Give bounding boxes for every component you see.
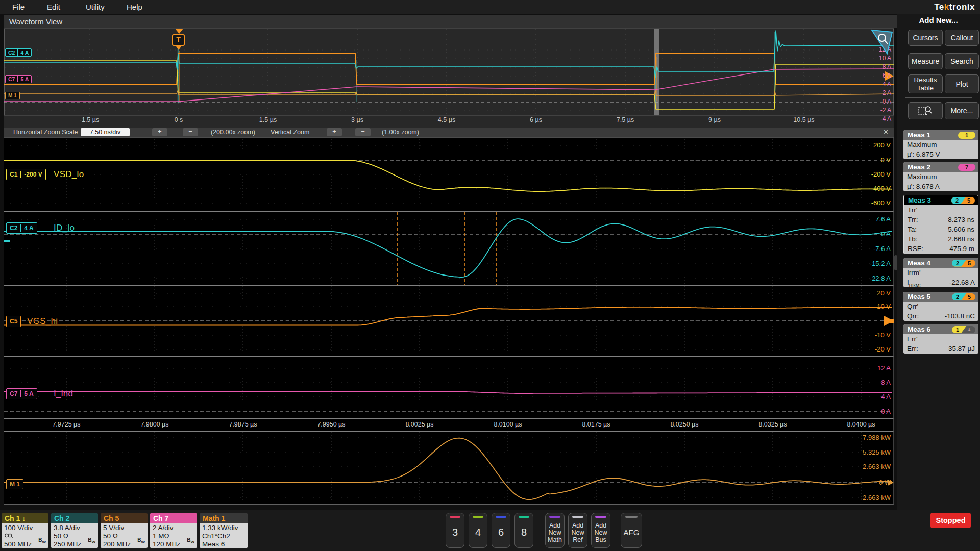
c2-channel-badge[interactable]: C2 4 A: [6, 222, 37, 234]
main-time-label: 8.0175 µs: [582, 421, 610, 428]
overview-scale-label: -4 A: [880, 115, 891, 122]
overview-c2-label: C2: [6, 49, 17, 56]
c7-badge-scale: 5 A: [20, 390, 36, 397]
meas-row: Trr:8.273 ns: [904, 215, 978, 224]
plot-button[interactable]: Plot: [945, 74, 979, 93]
overview-scale-label: 6 A: [883, 72, 891, 79]
zoom-select-button[interactable]: [908, 102, 943, 119]
add-new-math-button[interactable]: Add New Math: [545, 513, 565, 548]
overview-c7-badge[interactable]: C7 5 A: [5, 75, 32, 83]
overview-scale-label: 0 A: [883, 98, 891, 105]
meas2-card[interactable]: Meas 2 7 Maximum µ': 8.678 A: [903, 162, 978, 191]
trigger-position-arrow-icon[interactable]: [175, 29, 183, 34]
meas5-source-badge: 25: [952, 293, 975, 300]
c5-trace-name: VGS_hi: [27, 316, 58, 327]
channel-6-button[interactable]: 6: [492, 513, 510, 548]
c2-scale-label: 0 A: [881, 230, 891, 238]
math1-card[interactable]: Math 1 1.33 kW/divCh1*Ch2Meas 6: [200, 513, 248, 548]
c2-scale-label: -22.8 A: [870, 274, 891, 282]
h-zoom-scale-input[interactable]: 7.50 ns/div: [81, 128, 130, 136]
overview-scale-label: 8 A: [883, 63, 891, 70]
trigger-marker-tail-icon: [176, 46, 181, 50]
overview-c7-label: C7: [6, 76, 17, 82]
meas6-card[interactable]: Meas 6 1+ Err' Err:35.87 µJ: [903, 324, 978, 354]
main-time-label: 7.9950 µs: [317, 421, 345, 428]
channel-8-button[interactable]: 8: [514, 513, 533, 548]
c2-badge-label: C2: [7, 224, 20, 232]
right-panel: Add New... Cursors Callout Measure Searc…: [897, 14, 980, 510]
main-waveforms[interactable]: [4, 137, 894, 505]
c7-channel-badge[interactable]: C7 5 A: [6, 388, 37, 399]
meas-row: Qrr': [903, 302, 978, 311]
overview-c2-scale: 4 A: [17, 49, 31, 56]
ch5-card-header: Ch 5: [101, 513, 148, 523]
ch7-card[interactable]: Ch 7 2 A/div1 MΩ120 MHz BW: [150, 513, 197, 548]
ch2-card[interactable]: Ch 2 3.8 A/div50 Ω250 MHz BW: [51, 513, 98, 548]
meas2-title: Meas 2 7: [903, 162, 978, 172]
m1-scale-label: -2.663 kW: [861, 494, 891, 502]
afg-button[interactable]: AFG: [621, 513, 642, 548]
meas5-card[interactable]: Meas 5 25 Qrr' Qrr:-103.8 nC: [903, 292, 978, 321]
stopped-status-button[interactable]: Stopped: [930, 513, 971, 528]
zoomed-waveform-view[interactable]: C1 -200 V VSD_lo 200 V 0 V -200 V -400 V…: [4, 137, 894, 505]
c5-scale-label: -20 V: [875, 345, 891, 353]
meas1-card[interactable]: Meas 1 1 Maximum µ': 6.875 V: [903, 130, 978, 159]
m1-badge-label: M 1: [7, 481, 23, 488]
c2-scale-label: -7.6 A: [873, 245, 891, 253]
menu-edit[interactable]: Edit: [47, 3, 60, 11]
zoom-flag-icon[interactable]: [871, 29, 893, 55]
add-new-ref-button[interactable]: Add New Ref: [568, 513, 587, 548]
callout-button[interactable]: Callout: [945, 30, 979, 46]
m1-scale-label: 7.988 kW: [863, 434, 891, 441]
overview-waveforms[interactable]: [4, 28, 894, 128]
c1-scale-label: -400 V: [871, 185, 891, 192]
overview-m1-badge[interactable]: M 1: [5, 92, 20, 99]
main-time-label: 8.0400 µs: [847, 421, 875, 428]
ch5-card[interactable]: Ch 5 5 V/div50 Ω200 MHz BW: [101, 513, 148, 548]
zoom-select-icon: [917, 105, 934, 117]
zoom-close-icon[interactable]: ✕: [883, 128, 889, 136]
v-zoom-plus-button[interactable]: +: [327, 128, 342, 136]
ch7-card-header: Ch 7: [150, 513, 197, 523]
meas-row: Qrr:-103.8 nC: [903, 311, 978, 321]
results-table-button[interactable]: Results Table: [908, 74, 943, 93]
h-zoom-plus-button[interactable]: +: [152, 128, 167, 136]
waveform-overview[interactable]: C2 4 A C7 5 A M 1 12 A 10 A 8 A 6 A 4 A …: [4, 28, 894, 128]
add-new-bus-button[interactable]: Add New Bus: [591, 513, 610, 548]
h-zoom-minus-button[interactable]: −: [183, 128, 198, 136]
overview-scale-label: 4 A: [883, 81, 891, 88]
menu-utility[interactable]: Utility: [86, 3, 105, 11]
c1-channel-badge[interactable]: C1 -200 V: [6, 169, 46, 180]
overview-scale-label: -2 A: [880, 107, 891, 114]
m1-scale-label: 2.663 kW: [863, 463, 891, 470]
overview-time-label: 9 µs: [708, 116, 721, 123]
ch1-card[interactable]: Ch 1 ↓ 100 V/div 500 MHz BW: [2, 513, 48, 548]
more-button[interactable]: More...: [945, 102, 979, 119]
measure-button[interactable]: Measure: [908, 53, 943, 69]
c7-trace-name: I_ind: [54, 389, 73, 399]
meas-row: Maximum: [903, 172, 978, 182]
menu-file[interactable]: File: [12, 3, 24, 11]
meas-row: Maximum: [903, 140, 978, 149]
bottom-bar: Ch 1 ↓ 100 V/div 500 MHz BW Ch 2 3.8 A/d…: [0, 510, 980, 551]
v-zoom-minus-button[interactable]: −: [355, 128, 371, 136]
search-button[interactable]: Search: [945, 53, 979, 69]
m1-channel-badge[interactable]: M 1: [6, 479, 23, 489]
c1-scale-label: -600 V: [871, 199, 891, 207]
channel-4-button[interactable]: 4: [469, 513, 487, 548]
overview-time-label: 10.5 µs: [793, 116, 814, 123]
c5-channel-badge[interactable]: C5: [6, 316, 21, 327]
meas6-source-badge: 1+: [952, 326, 975, 333]
meas3-card[interactable]: Meas 3 25 Trr' Trr:8.273 ns Ta:5.606 ns …: [903, 195, 978, 254]
meas4-card[interactable]: Meas 4 25 Irrm' IRRM:-22.68 A: [903, 258, 978, 287]
c2-position-marker[interactable]: [4, 240, 10, 242]
math1-card-header: Math 1: [200, 513, 248, 523]
cursors-button[interactable]: Cursors: [908, 30, 943, 46]
h-zoom-scale-label: Horizontal Zoom Scale: [13, 128, 78, 136]
menu-help[interactable]: Help: [127, 3, 142, 11]
overview-time-label: 7.5 µs: [617, 116, 634, 123]
c7-badge-label: C7: [7, 390, 20, 397]
overview-c2-badge[interactable]: C2 4 A: [5, 48, 32, 57]
trigger-marker[interactable]: T: [172, 34, 185, 46]
channel-3-button[interactable]: 3: [446, 513, 464, 548]
